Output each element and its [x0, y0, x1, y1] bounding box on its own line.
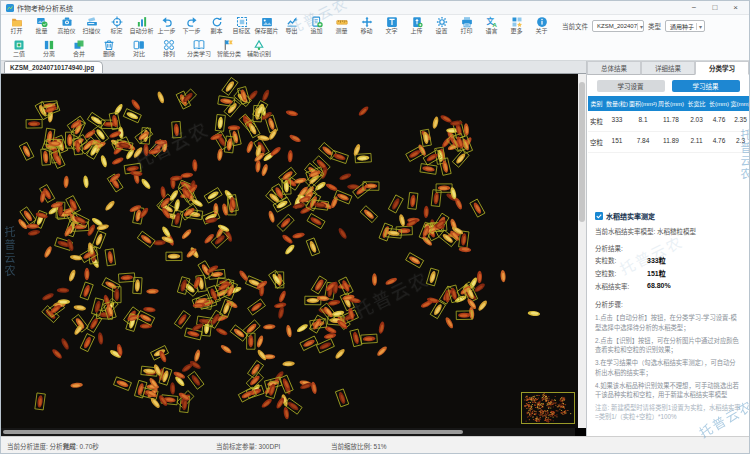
toolbar-separate-button[interactable]: 分离 [34, 39, 64, 58]
toolbar-button-label: 上传 [410, 28, 422, 35]
toolbar-target-area-button[interactable]: 目标区 [229, 16, 254, 35]
merge-icon [73, 39, 85, 51]
toolbar-button-label: 上一步 [157, 28, 175, 35]
frame-icon [236, 16, 248, 28]
vertical-scrollbar[interactable] [578, 74, 586, 428]
info-icon [536, 16, 548, 28]
maximize-button[interactable]: □ [712, 4, 717, 12]
horizontal-scrollbar-thumb[interactable] [3, 430, 463, 434]
stat-value: 68.80% [647, 282, 671, 289]
stat-row: 水稻结实率:68.80% [595, 279, 749, 292]
seed-rate-checkbox-row: 水稻结实率测定 [595, 211, 749, 221]
toolbar-about-button[interactable]: 关于 [529, 16, 554, 35]
toolbar-export-button[interactable]: 导出 [279, 16, 304, 35]
minimap-thumbnail[interactable] [521, 392, 575, 424]
toolbar: 打开批量高拍仪扫描仪标定自动分析上一步下一步副本目标区保存图片导出追加测量移动文… [1, 15, 749, 61]
toolbar-arrange-button[interactable]: 排列 [154, 39, 184, 58]
toolbar-button-label: 设置 [435, 28, 447, 35]
panel-tabs: 总体结果详细结果分类学习 [587, 61, 749, 75]
toolbar-move-button[interactable]: 移动 [354, 16, 379, 35]
toolbar-smart-classify-button[interactable]: 智能分类 [214, 39, 244, 58]
stat-row: 空粒数:151粒 [595, 266, 749, 279]
toolbar-save-image-button[interactable]: 保存图片 [254, 16, 279, 35]
append-icon [311, 16, 323, 28]
toolbar-prev-step-button[interactable]: 上一步 [154, 16, 179, 35]
toolbar-text-button[interactable]: 文字 [379, 16, 404, 35]
toolbar-compare-button[interactable]: 对比 [124, 39, 154, 58]
learning-results-button[interactable]: 学习结果 [672, 80, 740, 92]
vertical-scrollbar-thumb[interactable] [579, 82, 585, 222]
panel-tab[interactable]: 总体结果 [587, 61, 641, 75]
table-header-cell: 长(mm) [708, 96, 730, 111]
stat-label: 空粒数: [595, 268, 647, 278]
toolbar-scanner-button[interactable]: 扫描仪 [79, 16, 104, 35]
window-controls: − □ × [692, 4, 744, 12]
titlebar: 作物考种分析系统 − □ × [1, 1, 749, 15]
toolbar-batch-button[interactable]: 批量 [29, 16, 54, 35]
panel-tab[interactable]: 详细结果 [641, 61, 695, 75]
toolbar-more-button[interactable]: 更多 [504, 16, 529, 35]
analysis-step: 1.点击【自动分析】按钮，在分类学习-学习设置-模型选择中选择待分析的水稻类型； [595, 313, 741, 333]
move-icon [361, 16, 373, 28]
table-cell: 333 [605, 111, 629, 132]
toolbar-button-label: 追加 [310, 28, 322, 35]
toolbar-assist-recognition-button[interactable]: 辅助识别 [244, 39, 274, 58]
toolbar-calibrate-button[interactable]: 标定 [104, 16, 129, 35]
toolbar-next-step-button[interactable]: 下一步 [179, 16, 204, 35]
toolbar-delete-button[interactable]: 删除 [94, 39, 124, 58]
steps-section-label: 分析步骤: [595, 299, 749, 309]
toolbar-merge-button[interactable]: 合并 [64, 39, 94, 58]
type-value: 通用种子 [670, 22, 694, 31]
table-cell: 空粒 [588, 132, 605, 153]
toolbar-button-label: 文字 [385, 28, 397, 35]
toolbar-auto-analyze-button[interactable]: 自动分析 [129, 16, 154, 35]
checkbox-checked-icon[interactable] [595, 212, 603, 220]
horizontal-scrollbar[interactable] [1, 428, 586, 436]
trash-icon [103, 39, 115, 51]
table-cell: 151 [605, 132, 629, 153]
toolbar-doc-camera-button[interactable]: 高拍仪 [54, 16, 79, 35]
text-icon [386, 16, 398, 28]
toolbar-button-label: 分离 [43, 51, 55, 58]
toolbar-button-label: 保存图片 [254, 28, 278, 35]
table-cell: 2.11 [685, 132, 708, 153]
toolbar-settings-button[interactable]: 设置 [429, 16, 454, 35]
toolbar-button-label: 移动 [360, 28, 372, 35]
toolbar-button-label: 自动分析 [129, 28, 153, 35]
status-time: 耗时: 0.70秒 [63, 441, 99, 451]
toolbar-button-label: 下一步 [182, 28, 200, 35]
toolbar-button-label: 副本 [210, 28, 222, 35]
panel-tab[interactable]: 分类学习 [695, 61, 749, 75]
learning-settings-button[interactable]: 学习设置 [597, 80, 665, 92]
toolbar-button-label: 批量 [35, 28, 47, 35]
close-button[interactable]: × [733, 4, 738, 12]
toolbar-open-button[interactable]: 打开 [4, 16, 29, 35]
assist-icon [253, 39, 265, 51]
image-tab[interactable]: KZSM_20240710174940.jpg [4, 61, 103, 73]
current-file-label: 当前文件 [562, 21, 588, 31]
table-header-row: 类别数量(粒)面积(mm²)周长(mm)长宽比长(mm)宽(mm) [588, 96, 749, 111]
toolbar-button-label: 分类学习 [187, 51, 211, 58]
toolbar-binary-button[interactable]: 二值 [4, 39, 34, 58]
table-cell: 11.89 [657, 132, 685, 153]
print-icon [461, 16, 473, 28]
minimize-button[interactable]: − [692, 4, 697, 12]
analysis-canvas[interactable] [1, 74, 578, 428]
toolbar-classify-learning-button[interactable]: 分类学习 [184, 39, 214, 58]
stat-label: 水稻结实率: [595, 281, 647, 291]
type-dropdown[interactable]: 通用种子 ▾ [665, 20, 705, 32]
table-cell: 2.35 [730, 111, 749, 132]
toolbar-copy-button[interactable]: 副本 [204, 16, 229, 35]
toolbar-upload-button[interactable]: 上传 [404, 16, 429, 35]
toolbar-measure-button[interactable]: 测量 [329, 16, 354, 35]
image-tabstrip: KZSM_20240710174940.jpg [1, 61, 586, 74]
toolbar-language-button[interactable]: 文A语言 [479, 16, 504, 35]
table-cell: 7.84 [629, 132, 657, 153]
toolbar-print-button[interactable]: 打印 [454, 16, 479, 35]
current-file-dropdown[interactable]: KZSM_202407 ▾ [592, 20, 644, 32]
folder-icon [11, 16, 23, 28]
status-dpi: 当前标定参量: 300DPI [216, 441, 280, 451]
toolbar-append-button[interactable]: 追加 [304, 16, 329, 35]
toolbar-button-label: 排列 [163, 51, 175, 58]
status-zoom: 当前缩放比例: 51% [331, 441, 387, 451]
